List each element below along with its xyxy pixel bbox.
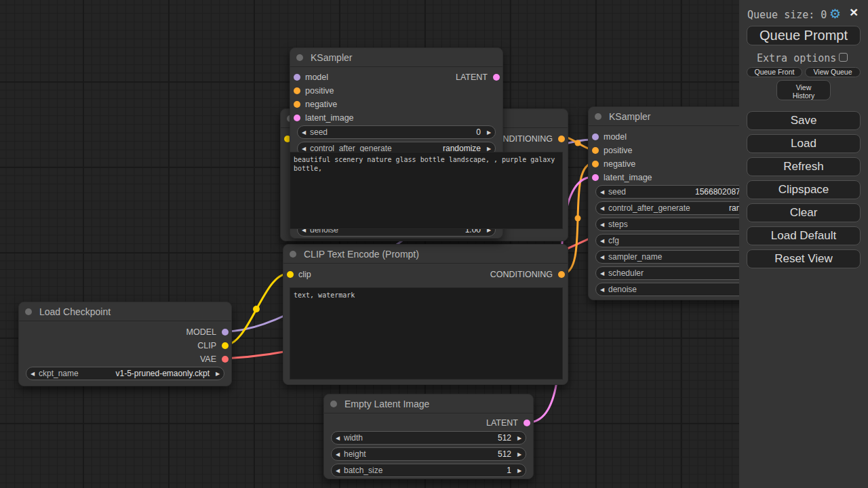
decrement-arrow-icon[interactable]: ◀ — [332, 435, 344, 441]
view-history-button[interactable]: ViewHistory — [776, 80, 831, 100]
negative-prompt-textarea[interactable]: text, watermark — [290, 287, 563, 380]
negative-input-slot[interactable] — [592, 161, 599, 167]
link-dot — [253, 306, 260, 312]
queue-front-button[interactable]: Queue Front — [747, 67, 802, 77]
link-dot — [575, 140, 581, 146]
decrement-arrow-icon[interactable]: ◀ — [26, 371, 39, 377]
decrement-arrow-icon[interactable]: ◀ — [596, 287, 608, 293]
save-button[interactable]: Save — [747, 111, 861, 130]
conditioning-output-slot[interactable] — [558, 271, 565, 278]
seed-widget[interactable]: ◀ seed 0 ▶ — [297, 125, 496, 139]
latent-output-slot[interactable] — [493, 74, 500, 81]
positive-input-slot[interactable] — [592, 147, 599, 154]
decrement-arrow-icon[interactable]: ◀ — [298, 129, 310, 136]
node-empty-latent-image[interactable]: Empty Latent Image LATENT ◀ width 512 ▶ … — [323, 394, 534, 479]
clear-button[interactable]: Clear — [747, 203, 861, 222]
increment-arrow-icon[interactable]: ▶ — [513, 468, 526, 474]
latent-image-input-slot[interactable] — [294, 115, 300, 121]
decrement-arrow-icon[interactable]: ◀ — [298, 146, 310, 152]
height-widget[interactable]: ◀ height 512 ▶ — [331, 447, 526, 461]
decrement-arrow-icon[interactable]: ◀ — [596, 189, 608, 195]
latent-image-input-slot[interactable] — [592, 174, 599, 181]
increment-arrow-icon[interactable]: ▶ — [513, 451, 526, 458]
load-default-button[interactable]: Load Default — [747, 226, 861, 245]
node-title: KSampler — [290, 48, 502, 67]
increment-arrow-icon[interactable]: ▶ — [212, 371, 224, 377]
latent-output-slot[interactable] — [524, 420, 530, 426]
width-widget[interactable]: ◀ width 512 ▶ — [331, 431, 526, 445]
increment-arrow-icon[interactable]: ▶ — [513, 435, 526, 441]
collapse-dot[interactable] — [296, 54, 303, 61]
decrement-arrow-icon[interactable]: ◀ — [596, 222, 608, 228]
collapse-dot[interactable] — [290, 251, 296, 258]
decrement-arrow-icon[interactable]: ◀ — [596, 254, 608, 260]
increment-arrow-icon[interactable]: ▶ — [483, 129, 495, 136]
increment-arrow-icon[interactable]: ▶ — [483, 146, 495, 152]
refresh-button[interactable]: Refresh — [747, 157, 861, 176]
decrement-arrow-icon[interactable]: ◀ — [332, 451, 344, 458]
node-title: CLIP Text Encode (Prompt) — [283, 245, 568, 264]
positive-prompt-textarea[interactable]: beautiful scenery nature glass bottle la… — [290, 152, 563, 229]
node-title: Empty Latent Image — [324, 394, 533, 413]
extra-options-checkbox[interactable] — [839, 53, 848, 62]
clip-output-slot[interactable] — [222, 342, 229, 349]
model-output-slot[interactable] — [222, 329, 229, 336]
queue-size-label: Queue size: 0 — [747, 9, 827, 21]
vae-output-slot[interactable] — [222, 356, 229, 363]
positive-input-slot[interactable] — [294, 87, 300, 94]
batch-size-widget[interactable]: ◀ batch_size 1 ▶ — [331, 464, 526, 477]
link-dot — [575, 216, 581, 222]
collapse-dot[interactable] — [595, 113, 601, 120]
reset-view-button[interactable]: Reset View — [747, 249, 861, 268]
clipspace-button[interactable]: Clipspace — [747, 180, 861, 199]
decrement-arrow-icon[interactable]: ◀ — [596, 238, 608, 244]
view-queue-button[interactable]: View Queue — [805, 67, 861, 77]
menu-sidebar: Queue size: 0 Queue Prompt Extra options… — [739, 0, 868, 488]
negative-input-slot[interactable] — [294, 101, 300, 108]
extra-options-label: Extra options — [757, 52, 836, 64]
node-title: Load Checkpoint — [19, 302, 231, 321]
settings-gear-icon[interactable]: ⚙ — [829, 6, 841, 22]
node-load-checkpoint[interactable]: Load Checkpoint MODEL CLIP VAE ◀ ckpt_na… — [18, 302, 232, 386]
collapse-dot[interactable] — [25, 308, 32, 315]
conditioning-output-slot[interactable] — [558, 136, 565, 142]
model-input-slot[interactable] — [592, 134, 599, 140]
load-button[interactable]: Load — [747, 134, 861, 153]
close-icon[interactable]: × — [850, 5, 858, 19]
decrement-arrow-icon[interactable]: ◀ — [332, 468, 344, 474]
collapse-dot[interactable] — [330, 401, 337, 407]
queue-prompt-button[interactable]: Queue Prompt — [747, 26, 861, 45]
decrement-arrow-icon[interactable]: ◀ — [596, 205, 608, 211]
ckpt-name-widget[interactable]: ◀ ckpt_name v1-5-pruned-emaonly.ckpt ▶ — [26, 367, 224, 380]
decrement-arrow-icon[interactable]: ◀ — [596, 270, 608, 277]
